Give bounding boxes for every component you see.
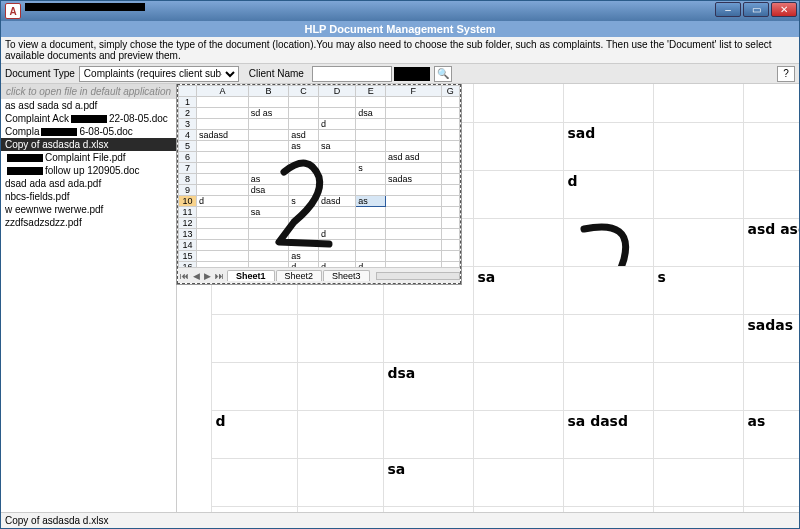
- cell[interactable]: dasd: [318, 196, 355, 207]
- cell[interactable]: [441, 218, 459, 229]
- sidebar-item[interactable]: zzdfsadzsdzz.pdf: [1, 216, 176, 229]
- cell[interactable]: sadas: [386, 174, 442, 185]
- row-header[interactable]: 6: [179, 152, 197, 163]
- cell[interactable]: [197, 218, 249, 229]
- cell[interactable]: [289, 152, 319, 163]
- cell[interactable]: [318, 240, 355, 251]
- cell[interactable]: [248, 196, 288, 207]
- cell[interactable]: [386, 196, 442, 207]
- doc-type-select[interactable]: Complaints (requires client sub-folder): [79, 66, 239, 82]
- sidebar-item[interactable]: as asd sada sd a.pdf: [1, 99, 176, 112]
- cell[interactable]: sa: [248, 207, 288, 218]
- cell[interactable]: [289, 207, 319, 218]
- col-header[interactable]: B: [248, 86, 288, 97]
- cell[interactable]: [289, 240, 319, 251]
- cell[interactable]: [356, 97, 386, 108]
- cell[interactable]: [356, 141, 386, 152]
- cell[interactable]: [318, 185, 355, 196]
- row-header[interactable]: 4: [179, 130, 197, 141]
- cell[interactable]: [318, 251, 355, 262]
- cell[interactable]: [289, 218, 319, 229]
- cell[interactable]: sa: [318, 141, 355, 152]
- cell[interactable]: [441, 108, 459, 119]
- cell[interactable]: [356, 174, 386, 185]
- sheet-nav-button[interactable]: ⏮: [178, 271, 191, 281]
- cell[interactable]: [289, 108, 319, 119]
- cell[interactable]: asd asd: [386, 152, 442, 163]
- cell[interactable]: [197, 240, 249, 251]
- cell[interactable]: [318, 108, 355, 119]
- sidebar-item[interactable]: nbcs-fields.pdf: [1, 190, 176, 203]
- col-header[interactable]: D: [318, 86, 355, 97]
- cell[interactable]: dsa: [356, 108, 386, 119]
- cell[interactable]: sd as: [248, 108, 288, 119]
- minimize-button[interactable]: –: [715, 2, 741, 17]
- corner-cell[interactable]: [179, 86, 197, 97]
- row-header[interactable]: 11: [179, 207, 197, 218]
- cell[interactable]: dsa: [248, 185, 288, 196]
- cell[interactable]: [356, 218, 386, 229]
- sheet-tab[interactable]: Sheet2: [276, 270, 323, 281]
- cell[interactable]: [289, 97, 319, 108]
- cell[interactable]: [289, 174, 319, 185]
- cell[interactable]: [386, 119, 442, 130]
- cell[interactable]: [248, 240, 288, 251]
- row-header[interactable]: 10: [179, 196, 197, 207]
- cell[interactable]: [386, 141, 442, 152]
- cell[interactable]: [197, 108, 249, 119]
- cell[interactable]: [197, 163, 249, 174]
- cell[interactable]: [386, 108, 442, 119]
- cell[interactable]: s: [356, 163, 386, 174]
- sidebar-item[interactable]: w eewnwe rwerwe.pdf: [1, 203, 176, 216]
- sidebar-item[interactable]: Complaint File.pdf: [1, 151, 176, 164]
- cell[interactable]: [441, 262, 459, 268]
- row-header[interactable]: 7: [179, 163, 197, 174]
- col-header[interactable]: F: [386, 86, 442, 97]
- cell[interactable]: [248, 262, 288, 268]
- cell[interactable]: [386, 163, 442, 174]
- cell[interactable]: [197, 207, 249, 218]
- row-header[interactable]: 2: [179, 108, 197, 119]
- cell[interactable]: d: [356, 262, 386, 268]
- cell[interactable]: [386, 130, 442, 141]
- cell[interactable]: [441, 152, 459, 163]
- row-header[interactable]: 1: [179, 97, 197, 108]
- cell[interactable]: [289, 119, 319, 130]
- cell[interactable]: [197, 97, 249, 108]
- cell[interactable]: [248, 119, 288, 130]
- row-header[interactable]: 14: [179, 240, 197, 251]
- sidebar-item[interactable]: follow up 120905.doc: [1, 164, 176, 177]
- close-button[interactable]: ✕: [771, 2, 797, 17]
- cell[interactable]: [197, 262, 249, 268]
- cell[interactable]: [386, 218, 442, 229]
- cell[interactable]: [248, 141, 288, 152]
- cell[interactable]: [441, 130, 459, 141]
- cell[interactable]: d: [289, 262, 319, 268]
- sheet-nav-button[interactable]: ⏭: [213, 271, 226, 281]
- cell[interactable]: [318, 207, 355, 218]
- maximize-button[interactable]: ▭: [743, 2, 769, 17]
- cell[interactable]: [386, 185, 442, 196]
- cell[interactable]: [356, 185, 386, 196]
- cell[interactable]: sadasd: [197, 130, 249, 141]
- sheet-tab[interactable]: Sheet3: [323, 270, 370, 281]
- sheet-hscroll[interactable]: [376, 272, 460, 280]
- cell[interactable]: [318, 218, 355, 229]
- cell[interactable]: as: [289, 141, 319, 152]
- cell[interactable]: [386, 251, 442, 262]
- spreadsheet-popup[interactable]: ABCDEFG12sd asdsa3d4sadasdasd5assa6asd a…: [177, 84, 461, 284]
- cell[interactable]: as: [356, 196, 386, 207]
- cell[interactable]: as: [248, 174, 288, 185]
- spreadsheet-body[interactable]: ABCDEFG12sd asdsa3d4sadasdasd5assa6asd a…: [178, 85, 460, 267]
- cell[interactable]: [197, 251, 249, 262]
- cell[interactable]: [356, 251, 386, 262]
- col-header[interactable]: G: [441, 86, 459, 97]
- cell[interactable]: [441, 185, 459, 196]
- cell[interactable]: [356, 152, 386, 163]
- cell[interactable]: [197, 185, 249, 196]
- cell[interactable]: [441, 174, 459, 185]
- sheet-nav-button[interactable]: ▶: [202, 271, 213, 281]
- cell[interactable]: [386, 240, 442, 251]
- cell[interactable]: [441, 119, 459, 130]
- cell[interactable]: [441, 251, 459, 262]
